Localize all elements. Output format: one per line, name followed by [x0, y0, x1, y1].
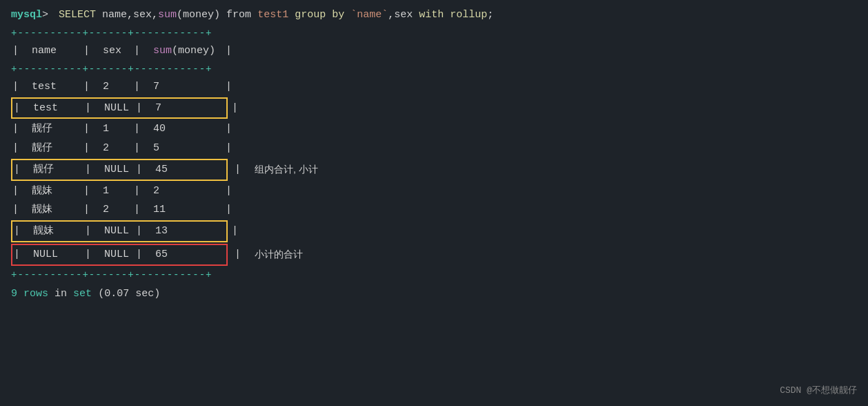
watermark: CSDN @不想做靓仔 [780, 384, 857, 396]
rows-wrapper: | test | 2 | 7 | | test | NULL | 7 | | 靓… [11, 77, 857, 267]
pipe: | [82, 200, 91, 220]
cell-money: 5 [141, 139, 224, 158]
pipe: | [224, 182, 233, 201]
separator-bottom: +----------+------+-----------+ [11, 269, 857, 280]
pipe: | [11, 200, 20, 220]
header-name: name [20, 41, 82, 61]
pipe: | [132, 200, 141, 220]
pipe: | [132, 77, 141, 97]
cell-sex: 2 [91, 200, 132, 220]
cell-sex: 1 [91, 119, 132, 139]
pipe: | [11, 77, 20, 97]
spacer4 [344, 7, 351, 23]
pipe: | [224, 139, 233, 158]
pipe: | [132, 139, 141, 158]
cell-name: 靓妹 [20, 200, 82, 220]
cell-sex: 1 [91, 182, 132, 201]
pipe: | [83, 245, 92, 264]
pipe: | [12, 245, 21, 264]
pipe: | [11, 139, 20, 158]
col-name-paren: (money) [177, 7, 226, 23]
header-sum: sum(money) [141, 41, 224, 61]
pipe: | [82, 119, 91, 139]
table-row: | 靓妹 | 2 | 11 | [11, 200, 857, 220]
pipe: | [132, 182, 141, 201]
footer-spacer2 [48, 286, 55, 302]
pipe: | [132, 41, 141, 61]
pipe: | [230, 102, 239, 114]
cell-name: test [20, 77, 82, 97]
spacer6 [444, 7, 450, 23]
pipe: | [233, 164, 242, 175]
comma-sex: ,sex [388, 7, 413, 23]
table-row: | 靓仔 | NULL | 45 [11, 159, 228, 181]
cell-sex: 2 [91, 77, 132, 97]
cell-sex: 2 [91, 139, 132, 158]
cell-money: 40 [141, 119, 224, 139]
header-sex: sex [91, 41, 132, 61]
cell-name: test [21, 99, 83, 118]
footer-spacer4 [92, 286, 98, 302]
pipe: | [82, 139, 91, 158]
cell-money: 13 [144, 222, 226, 241]
pipe: | [12, 222, 21, 241]
separator-header: +----------+------+-----------+ [11, 64, 857, 75]
cell-money: 65 [144, 245, 226, 264]
tbl-name: test1 [257, 7, 288, 23]
cell-money: 2 [141, 182, 224, 201]
prompt-mysql: mysql [11, 7, 42, 23]
footer-line: 9 rows in set (0.07 sec) [11, 286, 857, 302]
highlighted-row-liangzai-null: | 靓仔 | NULL | 45 | 组内合计, 小计 [11, 158, 857, 182]
pipe: | [233, 249, 242, 260]
table-row: | 靓妹 | 1 | 2 | [11, 182, 857, 201]
pipe: | [224, 41, 233, 61]
spacer3 [326, 7, 332, 23]
kw-by: by [332, 7, 344, 23]
separator-top: +----------+------+-----------+ [11, 28, 857, 39]
pipe: | [224, 200, 233, 220]
col-name: name,sex, [96, 7, 158, 23]
pipe: | [83, 99, 92, 118]
fn-sum: sum [158, 7, 177, 23]
pipe: | [12, 160, 21, 180]
cell-name: 靓仔 [21, 160, 83, 180]
pipe: | [82, 182, 91, 201]
pipe: | [82, 77, 91, 97]
spacer5 [413, 7, 419, 23]
cell-sex: NULL [92, 245, 135, 264]
kw-group: group [295, 7, 326, 23]
pipe: | [11, 182, 20, 201]
spacer2 [288, 7, 295, 23]
table-row: | test | NULL | 7 [11, 97, 228, 119]
table-row: | 靓仔 | 2 | 5 | [11, 139, 857, 158]
footer-time: (0.07 sec) [98, 286, 160, 302]
pipe: | [135, 160, 144, 180]
kw-select: SELECT [59, 7, 96, 23]
pipe: | [135, 99, 144, 118]
pipe: | [12, 99, 21, 118]
pipe: | [11, 41, 20, 61]
kw-with: with [419, 7, 444, 23]
table-row: | test | 2 | 7 | [11, 77, 857, 97]
table-row: | 靓妹 | NULL | 13 [11, 220, 228, 242]
spacer1 [251, 7, 257, 23]
footer-set-label: set [73, 286, 92, 302]
cell-sex: NULL [92, 99, 135, 118]
cell-money: 11 [141, 200, 224, 220]
pipe: | [82, 41, 91, 61]
pipe: | [230, 225, 239, 237]
cell-name: 靓仔 [20, 139, 82, 158]
footer-rows-count: 9 [11, 286, 17, 302]
pipe: | [83, 222, 92, 241]
backtick-name: `name` [351, 7, 388, 23]
kw-from: from [226, 7, 251, 23]
highlighted-row-test-null: | test | NULL | 7 | [11, 97, 857, 120]
highlighted-row-liangmei-null: | 靓妹 | NULL | 13 | [11, 220, 857, 243]
cell-name: 靓妹 [21, 222, 83, 241]
footer-rows-label: rows [23, 286, 48, 302]
prompt-arrow: > [42, 7, 55, 23]
terminal-window: mysql > SELECT name,sex, sum (money) fro… [0, 0, 868, 406]
annotation-grand-total: 小计的合计 [255, 249, 303, 261]
pipe: | [83, 160, 92, 180]
cell-money: 7 [144, 99, 226, 118]
